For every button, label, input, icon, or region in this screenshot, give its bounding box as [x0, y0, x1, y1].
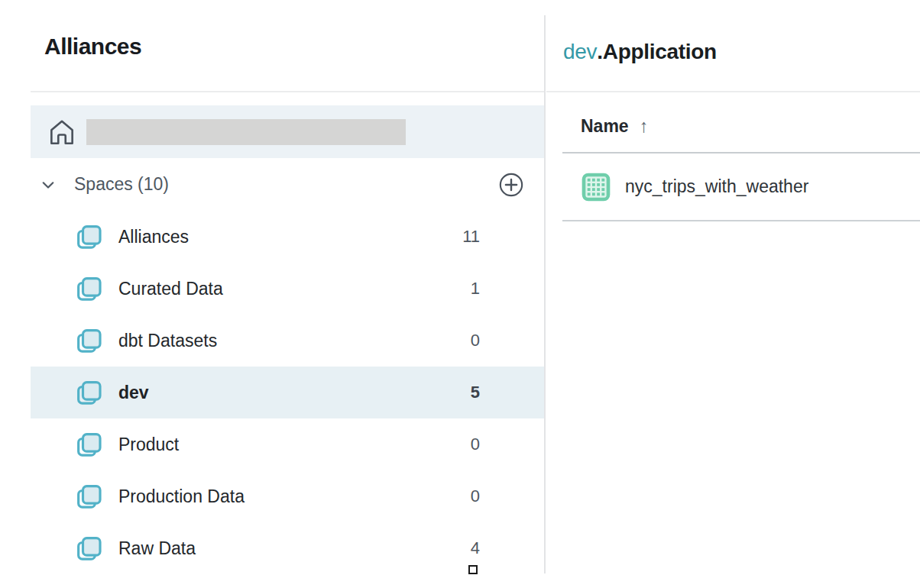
space-item-count: 0	[471, 486, 480, 506]
space-item-dbt-datasets[interactable]: dbt Datasets 0	[31, 315, 545, 367]
app-root: Alliances Spaces (10) Alliances 11	[0, 0, 920, 588]
space-icon	[73, 481, 104, 512]
main-header-divider	[546, 91, 920, 92]
spaces-tree-header[interactable]: Spaces (10)	[31, 158, 545, 211]
home-icon	[46, 115, 78, 150]
space-item-label: Curated Data	[118, 279, 223, 299]
home-row[interactable]	[31, 105, 545, 158]
space-item-count: 11	[462, 227, 480, 247]
space-item-count: 4	[471, 538, 480, 558]
space-item-label: Alliances	[118, 227, 189, 247]
panel-divider	[544, 15, 546, 573]
space-item-curated-data[interactable]: Curated Data 1	[31, 263, 545, 315]
plus-circle-icon	[498, 172, 524, 198]
space-item-count: 0	[471, 435, 480, 454]
table-row[interactable]: nyc_trips_with_weather	[562, 153, 920, 220]
space-item-label: Product	[118, 435, 179, 455]
space-icon	[73, 221, 104, 252]
breadcrumb-space-link[interactable]: dev	[563, 40, 597, 63]
space-icon	[73, 273, 104, 304]
sort-ascending-icon[interactable]: ↑	[640, 115, 649, 137]
space-item-count: 1	[471, 279, 480, 299]
space-item-count: 0	[471, 331, 480, 351]
table-header: Name ↑	[581, 101, 649, 151]
breadcrumb-current: Application	[603, 40, 717, 63]
chevron-down-icon[interactable]	[38, 175, 58, 195]
dataset-table-icon	[579, 170, 613, 204]
space-item-label: dbt Datasets	[118, 331, 217, 351]
space-item-production-data[interactable]: Production Data 0	[31, 470, 545, 522]
add-space-button[interactable]	[498, 172, 524, 198]
spaces-list: Alliances 11 Curated Data 1 dbt Datasets…	[31, 211, 545, 574]
space-item-label: Raw Data	[118, 538, 196, 559]
breadcrumb-separator: .	[597, 40, 602, 63]
sidebar-title: Alliances	[44, 34, 141, 60]
dataset-name: nyc_trips_with_weather	[625, 176, 808, 197]
breadcrumb: dev.Application	[563, 40, 717, 64]
space-item-label: dev	[118, 383, 149, 403]
column-header-name[interactable]: Name	[581, 116, 629, 137]
space-icon	[73, 377, 104, 408]
sidebar-title-divider	[31, 91, 545, 92]
space-icon	[73, 533, 104, 564]
space-item-product[interactable]: Product 0	[31, 418, 545, 470]
spaces-tree-label[interactable]: Spaces (10)	[74, 174, 169, 195]
space-item-label: Production Data	[118, 486, 245, 507]
resize-handle-square	[468, 565, 478, 574]
space-item-dev[interactable]: dev 5	[31, 367, 545, 418]
space-item-alliances[interactable]: Alliances 11	[31, 211, 545, 263]
space-icon	[73, 429, 104, 460]
space-item-count: 5	[471, 383, 480, 402]
space-icon	[73, 325, 104, 356]
redacted-text-placeholder	[86, 119, 406, 145]
table-row-divider	[562, 220, 920, 221]
